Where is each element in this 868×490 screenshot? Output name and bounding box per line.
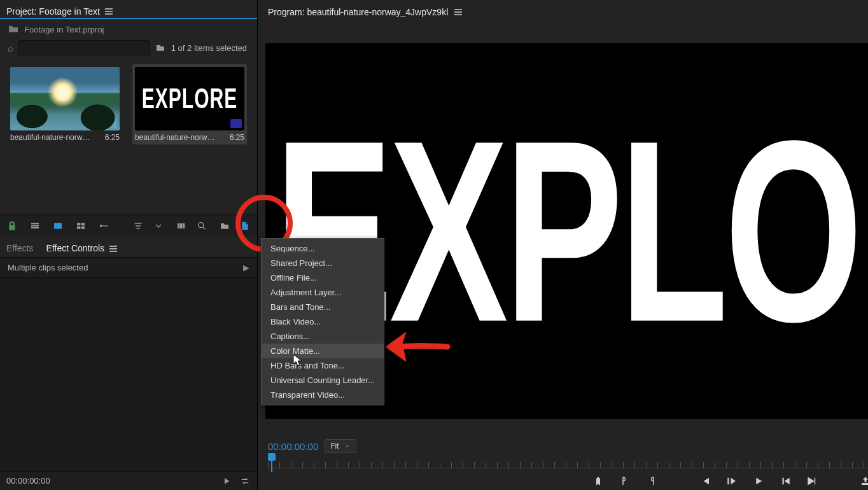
panel-menu-icon[interactable]: [105, 8, 113, 15]
automate-to-sequence-icon[interactable]: [176, 220, 187, 232]
project-bin-grid: beautiful-nature-norway... 6:25 EXPLORE …: [0, 58, 257, 151]
menu-item-transparent-video[interactable]: Transparent Video...: [262, 388, 384, 402]
list-view-icon[interactable]: [29, 220, 41, 232]
menu-item-offline-file[interactable]: Offline File...: [262, 270, 384, 285]
step-back-button[interactable]: [725, 475, 738, 487]
menu-item-universal-counting-leader[interactable]: Universal Counting Leader...: [262, 373, 384, 388]
chevron-down-icon[interactable]: [153, 220, 164, 232]
svg-point-1: [100, 225, 102, 227]
write-lock-icon[interactable]: [6, 220, 18, 232]
project-footer: [0, 214, 257, 237]
panel-menu-icon[interactable]: [109, 246, 117, 252]
tab-effect-controls[interactable]: Effect Controls: [46, 243, 117, 253]
program-transport-bar: [258, 468, 868, 490]
mouse-cursor-icon: [293, 354, 303, 367]
menu-item-shared-project[interactable]: Shared Project...: [262, 256, 384, 270]
tab-effects[interactable]: Effects: [6, 243, 34, 253]
play-around-icon[interactable]: [221, 475, 233, 487]
project-file-row: Footage in Text.prproj: [0, 19, 257, 38]
icon-view-icon[interactable]: [52, 220, 64, 232]
clip-thumbnail[interactable]: [10, 67, 120, 130]
loop-icon[interactable]: [239, 475, 251, 487]
menu-item-bars-and-tone[interactable]: Bars and Tone...: [262, 300, 384, 314]
effect-controls-footer: 00:00:00:00: [0, 471, 257, 490]
clip-item[interactable]: EXPLORE beautiful-nature-norway... 6:25: [132, 64, 247, 144]
program-time-ruler[interactable]: [268, 456, 868, 468]
bin-icon: [8, 24, 19, 35]
menu-item-color-matte[interactable]: Color Matte...: [262, 344, 384, 358]
svg-rect-2: [103, 225, 108, 226]
new-bin-icon[interactable]: [219, 220, 230, 232]
program-panel-title: Program: beautiful-nature-norway_4JwpVz9…: [268, 7, 448, 17]
zoom-label: Fit: [330, 442, 339, 451]
program-panel-header[interactable]: Program: beautiful-nature-norway_4JwpVz9…: [258, 0, 868, 19]
menu-item-adjustment-layer[interactable]: Adjustment Layer...: [262, 285, 384, 300]
project-search-input[interactable]: [18, 40, 150, 55]
new-item-menu[interactable]: Sequence...Shared Project...Offline File…: [261, 238, 384, 405]
video-badge-icon: [106, 119, 117, 128]
menu-item-hd-bars-and-tone[interactable]: HD Bars and Tone...: [262, 358, 384, 373]
menu-item-captions[interactable]: Captions...: [262, 329, 384, 344]
clip-duration: 6:25: [230, 133, 244, 142]
svg-rect-0: [54, 223, 62, 228]
effect-controls-header[interactable]: Multiple clips selected ▶: [0, 257, 257, 278]
find-icon[interactable]: [196, 220, 207, 232]
disclosure-triangle-icon[interactable]: ▶: [243, 263, 249, 272]
program-timecode[interactable]: 00:00:00:00: [268, 441, 318, 452]
project-panel-header[interactable]: Project: Footage in Text: [0, 0, 257, 19]
explore-thumb-text: EXPLORE: [142, 87, 237, 110]
svg-point-3: [199, 222, 204, 227]
menu-item-black-video[interactable]: Black Video...: [262, 314, 384, 329]
selection-count: 1 of 2 items selected: [171, 43, 249, 53]
sort-icon[interactable]: [132, 220, 144, 232]
playhead-icon[interactable]: [268, 453, 276, 472]
clip-item[interactable]: beautiful-nature-norway... 6:25: [8, 64, 122, 144]
effect-controls-body: [0, 278, 257, 471]
new-search-bin-icon[interactable]: [155, 42, 166, 53]
go-to-in-button[interactable]: [699, 475, 711, 487]
step-forward-button[interactable]: [779, 475, 792, 487]
thumbnail-size-slider[interactable]: [98, 220, 109, 232]
mark-in-button[interactable]: [619, 475, 631, 487]
clip-duration: 6:25: [105, 133, 120, 142]
panel-menu-icon[interactable]: [454, 9, 462, 15]
clip-thumbnail[interactable]: EXPLORE: [135, 67, 244, 130]
project-panel-title: Project: Footage in Text: [6, 6, 100, 17]
effects-panel: Effects Effect Controls Multiple clips s…: [0, 237, 257, 490]
effect-controls-timecode[interactable]: 00:00:00:00: [6, 476, 50, 486]
go-to-out-button[interactable]: [806, 475, 818, 487]
annotation-arrow: [381, 325, 451, 369]
add-marker-button[interactable]: [592, 475, 605, 487]
search-icon: ⌕: [8, 43, 13, 53]
lift-button[interactable]: [859, 475, 868, 487]
mark-out-button[interactable]: [645, 475, 658, 487]
sequence-badge-icon: [230, 119, 242, 128]
project-panel: Project: Footage in Text Footage in Text…: [0, 0, 257, 237]
effect-controls-status: Multiple clips selected: [8, 263, 88, 272]
clip-name: beautiful-nature-norway...: [10, 133, 93, 142]
project-file-name: Footage in Text.prproj: [24, 25, 104, 34]
chevron-down-icon: [344, 443, 351, 449]
clip-name: beautiful-nature-norway...: [135, 133, 218, 142]
freeform-view-icon[interactable]: [75, 220, 87, 232]
zoom-select[interactable]: Fit: [325, 439, 356, 453]
play-button[interactable]: [752, 475, 765, 487]
menu-item-sequence[interactable]: Sequence...: [262, 241, 384, 256]
